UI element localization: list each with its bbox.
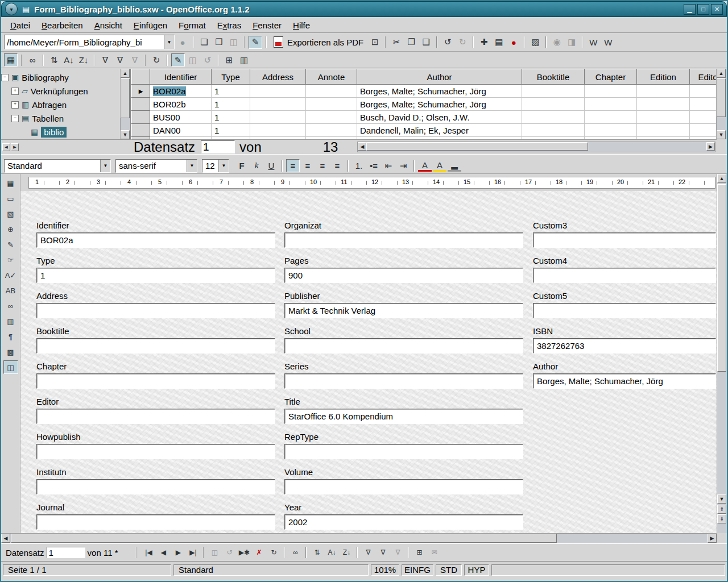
copy-icon[interactable]: ❐ (404, 36, 418, 49)
navigator-icon[interactable]: ✚ (477, 36, 491, 49)
last-record-icon[interactable]: ▶| (186, 546, 200, 559)
dropdown-icon[interactable]: ▼ (100, 160, 110, 172)
previous-page-icon[interactable]: ⇑ (717, 505, 726, 514)
export-pdf-button[interactable]: Exportieren als PDF (270, 35, 367, 49)
gallery-icon[interactable]: ▨ (528, 36, 542, 49)
grid-cell[interactable]: Borges, Malte; Schumacher, Jörg (357, 98, 522, 111)
autofilter-icon[interactable]: ∇ (98, 53, 112, 66)
font-name-combobox[interactable]: sans-serif ▼ (115, 159, 197, 173)
grid-cell[interactable] (585, 85, 637, 98)
underline-icon[interactable]: U (264, 159, 278, 172)
title-input[interactable]: StarOffice 6.0 Kompendium (284, 409, 523, 424)
grid-column-header[interactable]: Type (212, 69, 250, 85)
scroll-down-icon[interactable]: ▼ (717, 494, 726, 504)
load-url-icon[interactable]: ● (176, 36, 189, 49)
save-document-icon[interactable]: ◫ (227, 36, 241, 49)
grid-row-header[interactable] (132, 124, 150, 137)
publisher-input[interactable]: Markt & Technik Verlag (284, 303, 523, 318)
grid-column-header[interactable]: Identifier (150, 69, 212, 85)
italic-icon[interactable]: k (250, 159, 263, 172)
sort-descending-icon[interactable]: Z↓ (340, 546, 353, 559)
new-document-icon[interactable]: ❏ (197, 36, 211, 49)
scroll-right-icon[interactable]: ▶ (11, 143, 19, 151)
collapse-icon[interactable]: − (11, 115, 19, 122)
volume-input[interactable] (284, 479, 523, 494)
custom4-input[interactable] (533, 268, 716, 283)
grid-column-header[interactable]: Edition (637, 69, 690, 85)
close-button[interactable]: ✕ (711, 4, 723, 15)
open-document-icon[interactable]: ❒ (212, 36, 226, 49)
align-right-icon[interactable]: ≡ (316, 159, 329, 172)
minimize-button[interactable]: ▁ (684, 4, 696, 15)
scroll-left-icon[interactable]: ◀ (358, 142, 366, 151)
insert-frame-icon[interactable]: ▭ (3, 192, 18, 205)
menu-bearbeiten[interactable]: Bearbeiten (36, 19, 89, 31)
journal-input[interactable] (36, 514, 275, 530)
scroll-down-icon[interactable]: ▼ (121, 130, 130, 139)
grid-row-header[interactable] (132, 98, 150, 111)
writer-web-icon[interactable]: W (601, 36, 615, 49)
mail-merge-icon[interactable]: ✉ (427, 546, 441, 559)
grid-cell[interactable] (690, 85, 717, 98)
scrollbar-thumb[interactable] (366, 142, 588, 151)
numbering-icon[interactable]: 1. (352, 159, 366, 172)
grid-vertical-scrollbar[interactable]: ▲ ▼ (716, 69, 727, 139)
url-dropdown-icon[interactable]: ▼ (164, 35, 174, 49)
howpublish-input[interactable] (36, 444, 275, 459)
cut-icon[interactable]: ✂ (390, 36, 403, 49)
new-writer-doc-icon[interactable]: W (586, 36, 600, 49)
refresh-icon[interactable]: ↻ (267, 546, 280, 559)
delete-record-icon[interactable]: ✗ (252, 546, 266, 559)
scroll-right-icon[interactable]: ▶ (708, 534, 717, 543)
grid-row-header[interactable]: ▶ (132, 85, 150, 98)
grid-cell[interactable] (690, 98, 717, 111)
menu-format[interactable]: Format (173, 19, 212, 31)
grid-row-header[interactable] (132, 111, 150, 124)
scrollbar-thumb[interactable] (717, 184, 726, 372)
type-input[interactable]: 1 (36, 268, 275, 283)
url-input[interactable] (5, 35, 164, 49)
address-input[interactable] (36, 303, 275, 318)
grid-cell[interactable] (690, 111, 717, 124)
remove-filter-icon[interactable]: ∇ (128, 53, 142, 66)
horizontal-ruler[interactable]: 12345678910111213141516171819202122 (20, 174, 718, 190)
insert-graphics-icon[interactable]: ▧ (3, 207, 18, 221)
tree-scrollbar[interactable]: ▲ ▼ (120, 69, 130, 139)
tree-horizontal-scrollbar[interactable]: ◀ ▶ (1, 139, 131, 154)
institutn-input[interactable] (36, 479, 275, 494)
scroll-up-icon[interactable]: ▲ (717, 174, 726, 183)
stylist-icon[interactable]: ▤ (492, 36, 506, 49)
grid-cell[interactable] (637, 111, 690, 124)
previous-record-icon[interactable]: ◀ (156, 546, 170, 559)
align-center-icon[interactable]: ≡ (301, 159, 315, 172)
decrease-indent-icon[interactable]: ⇤ (382, 159, 395, 172)
tree-item-abfragen[interactable]: + ▥ Abfragen (1, 98, 130, 111)
undo-icon[interactable]: ↺ (441, 36, 454, 49)
editor-input[interactable] (36, 409, 275, 424)
grid-cell[interactable]: BOR02a (150, 85, 212, 98)
data-sources-icon[interactable]: ▥ (3, 314, 18, 328)
bold-icon[interactable]: F (235, 159, 249, 172)
dropdown-icon[interactable]: ▼ (218, 160, 229, 172)
grid-column-header[interactable]: Address (250, 69, 306, 85)
ruler-scale[interactable]: 12345678910111213141516171819202122 (28, 177, 715, 189)
nonprinting-characters-icon[interactable]: ¶ (3, 330, 18, 343)
font-color-icon[interactable]: A (418, 160, 432, 172)
grid-cell[interactable]: 1 (212, 111, 250, 124)
menu-fenster[interactable]: Fenster (247, 19, 287, 31)
background-color-icon[interactable]: ▂ (448, 160, 461, 172)
data-to-text-icon[interactable]: ⊞ (222, 53, 236, 66)
author-input[interactable]: Borges, Malte; Schumacher, Jörg (533, 373, 716, 389)
document-vertical-scrollbar[interactable]: ▲ ▼ ⇑ ⇓ (717, 174, 727, 533)
menu-extras[interactable]: Extras (212, 19, 247, 31)
tree-item-biblio[interactable]: ▦ biblio (1, 125, 130, 139)
scroll-up-icon[interactable]: ▲ (717, 69, 726, 78)
grid-cell[interactable] (306, 85, 357, 98)
table-beamer-icon[interactable]: ▦ (4, 53, 18, 66)
next-page-icon[interactable]: ⇓ (717, 514, 726, 523)
remove-filter-icon[interactable]: ∇ (391, 546, 404, 559)
series-input[interactable] (284, 373, 523, 389)
grid-cell[interactable] (522, 124, 585, 137)
menu-datei[interactable]: Datei (5, 19, 36, 31)
grid-cell[interactable]: DAN00 (150, 124, 212, 137)
